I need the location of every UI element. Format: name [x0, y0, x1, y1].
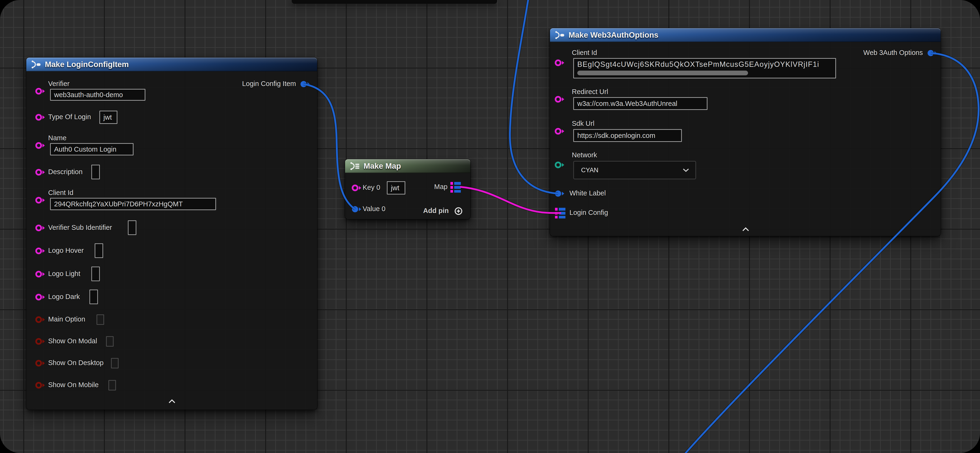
- pin-label-sdk-url: Sdk Url: [572, 120, 594, 127]
- text-input-type-of-login[interactable]: jwt: [99, 111, 118, 124]
- text-input-value: Auth0 Custom Login: [54, 146, 116, 153]
- output-pin-login-config-item[interactable]: [300, 80, 310, 88]
- text-input-value: jwt: [103, 114, 112, 121]
- node-make-map[interactable]: Make MapMapKey 0jwtValue 0Add pin: [345, 159, 470, 219]
- text-input-value: web3auth-auth0-demo: [54, 91, 123, 99]
- pin-show-on-mobile-input[interactable]: [35, 382, 46, 389]
- node-header-make-loginconfigitem[interactable]: Make LoginConfigItem: [26, 57, 317, 71]
- output-pin-web-3auth-options[interactable]: [927, 49, 937, 57]
- text-input-logo-hover[interactable]: [95, 243, 103, 258]
- pin-logo-hover-input[interactable]: [35, 247, 46, 255]
- pin-label-client-id: Client Id: [572, 49, 597, 57]
- node-title: Make Web3AuthOptions: [568, 30, 659, 40]
- pin-label-login-config: Login Config: [570, 209, 608, 217]
- text-input-verifier[interactable]: web3auth-auth0-demo: [50, 89, 145, 101]
- make-struct-icon: [555, 30, 565, 40]
- node-title: Make LoginConfigItem: [45, 60, 129, 69]
- screenshot-stage: Make LoginConfigItemLogin Config ItemVer…: [0, 0, 980, 453]
- pin-verifier-input[interactable]: [35, 87, 46, 95]
- text-input-verifier-sub-identifier[interactable]: [128, 220, 136, 235]
- pin-label-show-on-mobile: Show On Mobile: [48, 381, 99, 389]
- pin-label-show-on-modal: Show On Modal: [48, 337, 97, 345]
- text-input-value: jwt: [391, 184, 399, 192]
- text-input-name[interactable]: Auth0 Custom Login: [50, 143, 134, 155]
- pin-client-id-input[interactable]: [35, 196, 46, 204]
- pin-show-on-desktop-input[interactable]: [35, 360, 46, 367]
- chevron-down-icon: [682, 168, 689, 172]
- horizontal-scrollbar[interactable]: [577, 71, 748, 75]
- pin-logo-light-input[interactable]: [35, 270, 46, 278]
- text-input-logo-dark[interactable]: [89, 290, 98, 304]
- pin-label-type-of-login: Type Of Login: [48, 113, 91, 121]
- pin-label-white-label: White Label: [570, 189, 606, 197]
- pin-verifier-sub-identifier-input[interactable]: [35, 224, 46, 232]
- node-header-make-map[interactable]: Make Map: [345, 159, 470, 173]
- output-pin-map[interactable]: [450, 182, 461, 193]
- text-input-client-id[interactable]: BEglQSgt4cUWcj6SKRdu5QkOXTsePmMcusG5EAoy…: [573, 58, 836, 78]
- pin-label-logo-hover: Logo Hover: [48, 247, 84, 255]
- node-make-loginconfigitem[interactable]: Make LoginConfigItemLogin Config ItemVer…: [26, 57, 317, 410]
- checkbox-show-on-mobile[interactable]: [108, 380, 116, 390]
- nodes-layer: Make LoginConfigItemLogin Config ItemVer…: [0, 0, 980, 453]
- pin-description-input[interactable]: [35, 168, 46, 176]
- pin-name-input[interactable]: [35, 142, 46, 149]
- checkbox-show-on-modal[interactable]: [106, 336, 114, 347]
- text-input-description[interactable]: [91, 165, 100, 179]
- add-pin-label[interactable]: Add pin: [345, 207, 449, 215]
- text-input-sdk-url[interactable]: https://sdk.openlogin.com: [573, 129, 682, 142]
- node-header-make-web3authoptions[interactable]: Make Web3AuthOptions: [550, 28, 941, 42]
- pin-logo-dark-input[interactable]: [35, 293, 46, 301]
- text-input-key-0[interactable]: jwt: [387, 181, 405, 195]
- text-input-value: BEglQSgt4cUWcj6SKRdu5QkOXTsePmMcusG5EAoy…: [577, 60, 819, 69]
- output-label-web-3auth-options: Web 3Auth Options: [550, 49, 923, 57]
- text-input-value: w3a://com.w3a.Web3AuthUnreal: [577, 100, 678, 108]
- text-input-client-id[interactable]: 294QRkchfq2YaXUbPri7D6PH7xzHgQMT: [50, 198, 216, 210]
- checkbox-main-option[interactable]: [97, 314, 104, 325]
- pin-type-of-login-input[interactable]: [35, 114, 46, 121]
- text-input-value: https://sdk.openlogin.com: [577, 132, 655, 139]
- pin-label-show-on-desktop: Show On Desktop: [48, 359, 103, 367]
- pin-label-verifier-sub-identifier: Verifier Sub Identifier: [48, 224, 112, 231]
- pin-label-description: Description: [48, 168, 83, 176]
- make-map-icon: [350, 161, 360, 171]
- pin-label-verifier: Verifier: [48, 80, 70, 88]
- dropdown-network[interactable]: CYAN: [573, 161, 696, 179]
- text-input-value: 294QRkchfq2YaXUbPri7D6PH7xzHgQMT: [54, 200, 183, 208]
- pin-login-config-input[interactable]: [555, 207, 565, 219]
- pin-show-on-modal-input[interactable]: [35, 337, 46, 345]
- add-pin-button[interactable]: [454, 207, 463, 215]
- pin-label-logo-light: Logo Light: [48, 270, 80, 278]
- pin-sdk-url-input[interactable]: [555, 127, 565, 135]
- pin-key-0-input[interactable]: [352, 184, 362, 192]
- collapse-node-button[interactable]: [169, 399, 175, 404]
- node-title: Make Map: [364, 162, 401, 171]
- node-make-web3authoptions[interactable]: Make Web3AuthOptionsWeb 3Auth OptionsCli…: [550, 28, 941, 236]
- pin-redirect-url-input[interactable]: [555, 95, 565, 103]
- pin-label-key-0: Key 0: [363, 184, 380, 192]
- pin-client-id-input[interactable]: [555, 59, 565, 67]
- pin-label-name: Name: [48, 134, 67, 142]
- pin-label-redirect-url: Redirect Url: [572, 88, 608, 96]
- checkbox-show-on-desktop[interactable]: [111, 358, 119, 368]
- pin-main-option-input[interactable]: [35, 316, 46, 323]
- text-input-redirect-url[interactable]: w3a://com.w3a.Web3AuthUnreal: [573, 97, 708, 110]
- pin-label-client-id: Client Id: [48, 189, 73, 196]
- blueprint-canvas[interactable]: Make LoginConfigItemLogin Config ItemVer…: [0, 0, 980, 453]
- pin-white-label-input[interactable]: [555, 190, 565, 197]
- pin-label-network: Network: [572, 151, 597, 159]
- make-struct-icon: [31, 59, 41, 70]
- dropdown-selected-value: CYAN: [581, 166, 598, 174]
- text-input-logo-light[interactable]: [91, 266, 100, 281]
- pin-label-logo-dark: Logo Dark: [48, 293, 80, 301]
- collapse-node-button[interactable]: [742, 227, 749, 231]
- pin-network-input[interactable]: [555, 161, 565, 169]
- pin-label-main-option: Main Option: [48, 315, 85, 323]
